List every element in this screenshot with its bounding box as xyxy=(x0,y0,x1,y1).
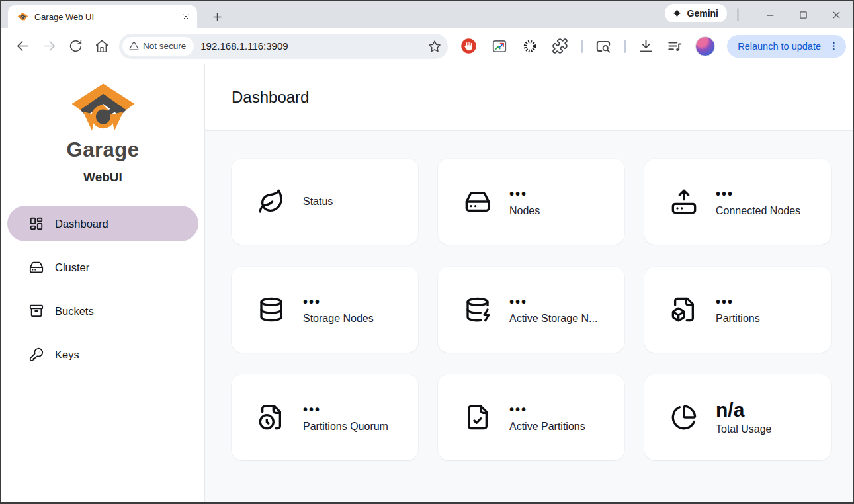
gemini-label: Gemini xyxy=(687,8,718,19)
tab-search-icon[interactable] xyxy=(595,38,612,55)
card-label: Nodes xyxy=(509,205,540,217)
image-preview-icon[interactable] xyxy=(491,38,508,55)
card-value: ••• xyxy=(303,402,388,417)
ray-spinner-icon[interactable] xyxy=(521,38,538,55)
window-controls xyxy=(753,1,853,28)
new-tab-button[interactable] xyxy=(208,7,226,26)
sidebar-item-buckets[interactable]: Buckets xyxy=(7,293,198,329)
card-label: Status xyxy=(303,196,333,208)
key-icon xyxy=(29,347,44,362)
card-text: ••• Partitions Quorum xyxy=(303,402,388,433)
sidebar-item-label: Dashboard xyxy=(55,218,108,230)
card-label: Partitions xyxy=(716,313,760,325)
profile-avatar[interactable] xyxy=(695,36,715,56)
extensions-puzzle-icon[interactable] xyxy=(552,38,568,54)
browser-toolbar: Not secure 192.168.1.116:3909 xyxy=(1,28,853,64)
card-value: ••• xyxy=(716,187,800,202)
garage-logo xyxy=(66,81,140,136)
toolbar-divider xyxy=(624,40,626,53)
sidebar-nav: Dashboard Cluster Buckets xyxy=(1,206,204,380)
sidebar-item-dashboard[interactable]: Dashboard xyxy=(7,206,198,241)
tab-strip: Garage Web UI Gemini xyxy=(1,1,853,28)
file-clock-icon xyxy=(258,404,284,431)
page-title: Dashboard xyxy=(232,88,309,106)
bookmark-star-icon[interactable] xyxy=(428,40,441,53)
warning-triangle-icon xyxy=(129,41,139,51)
minimize-icon[interactable] xyxy=(753,1,787,28)
extension-icons xyxy=(460,37,568,55)
sparkle-icon xyxy=(671,8,683,19)
stat-card-status: Status xyxy=(232,159,418,245)
stat-card-total-usage: n/a Total Usage xyxy=(644,374,831,460)
home-icon[interactable] xyxy=(89,33,115,60)
pie-chart-icon xyxy=(671,404,697,431)
stat-card-active-partitions: ••• Active Partitions xyxy=(438,374,624,460)
gemini-button[interactable]: Gemini xyxy=(665,4,727,22)
browser-tab[interactable]: Garage Web UI xyxy=(8,5,197,28)
dashboard-content: Status ••• Nodes xyxy=(205,131,853,480)
stat-card-partitions-quorum: ••• Partitions Quorum xyxy=(232,374,418,460)
tab-title: Garage Web UI xyxy=(34,12,174,22)
tab-close-icon[interactable] xyxy=(180,11,192,22)
favicon-garage-logo xyxy=(17,12,28,21)
archive-box-icon xyxy=(29,304,44,318)
hard-drive-upload-icon xyxy=(671,189,697,215)
card-value: ••• xyxy=(716,294,760,310)
reload-icon[interactable] xyxy=(62,33,89,60)
forward-icon[interactable] xyxy=(36,33,62,60)
card-text: ••• Active Storage N... xyxy=(509,294,597,325)
kebab-menu-icon[interactable] xyxy=(826,39,841,54)
leaf-icon xyxy=(258,189,284,215)
file-box-icon xyxy=(671,296,697,323)
main-area: Dashboard Status xyxy=(205,64,853,502)
brand-subtitle: WebUI xyxy=(83,170,122,185)
layout-dashboard-icon xyxy=(29,216,44,231)
relaunch-button[interactable]: Relaunch to update xyxy=(727,35,846,58)
database-icon xyxy=(258,296,284,323)
card-label: Active Partitions xyxy=(509,421,585,433)
stat-card-grid: Status ••• Nodes xyxy=(232,159,833,460)
hard-drive-icon xyxy=(29,260,44,274)
card-text: ••• Nodes xyxy=(509,187,540,217)
card-text: Status xyxy=(303,196,333,208)
toolbar-divider xyxy=(581,40,583,53)
sidebar-item-label: Keys xyxy=(55,349,79,361)
close-window-icon[interactable] xyxy=(820,1,853,28)
database-zap-icon xyxy=(464,296,491,323)
sidebar: Garage WebUI Dashboard Cluster xyxy=(1,64,205,502)
security-chip[interactable]: Not secure xyxy=(122,37,194,56)
stat-card-connected-nodes: ••• Connected Nodes xyxy=(644,159,831,245)
card-text: n/a Total Usage xyxy=(716,400,772,435)
back-icon[interactable] xyxy=(9,33,36,60)
sidebar-item-label: Cluster xyxy=(55,261,89,274)
maximize-icon[interactable] xyxy=(787,1,820,28)
card-text: ••• Active Partitions xyxy=(509,402,585,433)
card-value: ••• xyxy=(303,294,374,310)
media-playlist-icon[interactable] xyxy=(666,38,683,55)
tabstrip-divider xyxy=(737,8,739,21)
sidebar-item-cluster[interactable]: Cluster xyxy=(7,249,198,285)
card-text: ••• Partitions xyxy=(716,294,760,325)
stat-card-nodes: ••• Nodes xyxy=(438,159,624,245)
card-label: Partitions Quorum xyxy=(303,421,388,433)
sidebar-item-label: Buckets xyxy=(55,305,94,317)
page-body: Garage WebUI Dashboard Cluster xyxy=(1,64,853,502)
card-value: ••• xyxy=(509,294,597,310)
brand-name: Garage xyxy=(67,138,140,162)
card-text: ••• Connected Nodes xyxy=(716,187,800,217)
stat-card-storage-nodes: ••• Storage Nodes xyxy=(232,267,418,353)
card-value: n/a xyxy=(716,400,772,420)
card-label: Connected Nodes xyxy=(716,205,800,217)
relaunch-label: Relaunch to update xyxy=(738,41,821,52)
stop-hand-icon[interactable] xyxy=(460,37,478,55)
card-label: Active Storage N... xyxy=(509,313,597,325)
card-label: Total Usage xyxy=(716,423,772,435)
stat-card-active-storage-nodes: ••• Active Storage N... xyxy=(438,267,624,353)
address-bar[interactable]: Not secure 192.168.1.116:3909 xyxy=(119,34,448,59)
downloads-icon[interactable] xyxy=(638,38,654,54)
card-value: ••• xyxy=(509,187,540,202)
browser-window: Garage Web UI Gemini xyxy=(0,0,854,504)
sidebar-item-keys[interactable]: Keys xyxy=(7,337,198,372)
url-text[interactable]: 192.168.1.116:3909 xyxy=(200,40,421,52)
card-value: ••• xyxy=(509,402,585,417)
